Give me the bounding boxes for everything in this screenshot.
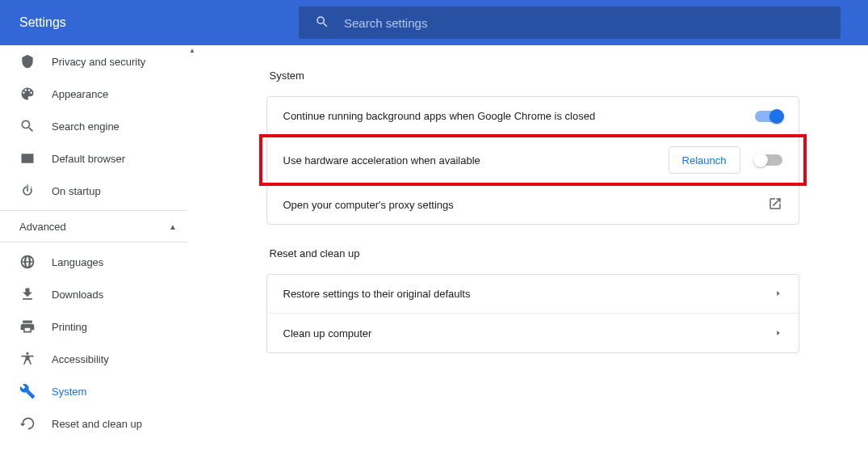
palette-icon <box>19 86 36 102</box>
sidebar-item-label: Appearance <box>52 88 108 100</box>
sidebar-item-label: Privacy and security <box>52 56 145 68</box>
toggle-hardware-accel[interactable] <box>755 154 782 166</box>
sidebar-item-label: On startup <box>52 185 101 197</box>
toggle-background-apps[interactable] <box>755 111 782 122</box>
sidebar-scrollbar[interactable]: ▲ <box>187 45 197 468</box>
globe-icon <box>19 254 36 270</box>
section-title-reset: Reset and clean up <box>270 247 799 259</box>
sidebar-item-downloads[interactable]: Downloads <box>0 278 196 310</box>
sidebar-item-on-startup[interactable]: On startup <box>0 175 196 207</box>
print-icon <box>19 318 36 335</box>
row-label: Continue running background apps when Go… <box>283 110 755 122</box>
sidebar-item-accessibility[interactable]: Accessibility <box>0 343 196 375</box>
sidebar: ▲ Privacy and security Appearance Search… <box>0 45 197 468</box>
search-icon <box>315 15 344 32</box>
sidebar-item-label: System <box>52 386 86 398</box>
content-area: System Continue running background apps … <box>197 45 868 468</box>
shield-icon <box>19 53 36 70</box>
sidebar-item-search-engine[interactable]: Search engine <box>0 110 196 142</box>
app-header: Settings <box>0 0 868 45</box>
wrench-icon <box>19 383 36 399</box>
external-link-icon <box>768 196 782 213</box>
sidebar-item-label: Downloads <box>52 289 103 301</box>
sidebar-item-label: Languages <box>52 256 103 268</box>
row-proxy-settings[interactable]: Open your computer's proxy settings <box>267 185 799 224</box>
sidebar-item-printing[interactable]: Printing <box>0 310 196 343</box>
sidebar-item-label: Reset and clean up <box>52 418 142 430</box>
sidebar-item-label: Default browser <box>52 153 125 165</box>
chevron-up-icon: ▲ <box>169 222 177 231</box>
sidebar-item-label: Search engine <box>52 120 120 133</box>
page-title: Settings <box>19 15 299 30</box>
row-clean-up[interactable]: Clean up computer <box>267 314 799 352</box>
row-label: Restore settings to their original defau… <box>283 288 774 300</box>
chevron-right-icon <box>774 327 782 339</box>
advanced-label: Advanced <box>19 221 66 233</box>
sidebar-item-label: Accessibility <box>52 353 109 365</box>
sidebar-item-system[interactable]: System <box>0 375 196 407</box>
restore-icon <box>19 415 36 432</box>
row-restore-defaults[interactable]: Restore settings to their original defau… <box>267 275 799 314</box>
browser-icon <box>19 150 36 167</box>
row-label: Clean up computer <box>283 327 774 339</box>
section-title-system: System <box>270 70 799 82</box>
sidebar-item-languages[interactable]: Languages <box>0 246 196 278</box>
row-label: Use hardware acceleration when available <box>283 154 669 167</box>
row-hardware-accel: Use hardware acceleration when available… <box>267 136 799 185</box>
system-card: Continue running background apps when Go… <box>266 96 799 225</box>
sidebar-item-label: Printing <box>52 321 87 333</box>
row-label: Open your computer's proxy settings <box>283 199 768 211</box>
sidebar-item-privacy[interactable]: Privacy and security <box>0 45 196 78</box>
relaunch-button[interactable]: Relaunch <box>669 146 740 174</box>
sidebar-item-appearance[interactable]: Appearance <box>0 78 196 110</box>
search-container[interactable] <box>299 6 841 39</box>
power-icon <box>19 183 36 199</box>
row-background-apps: Continue running background apps when Go… <box>267 97 799 136</box>
chevron-right-icon <box>774 288 782 300</box>
sidebar-item-reset[interactable]: Reset and clean up <box>0 407 196 440</box>
search-icon <box>19 118 36 134</box>
download-icon <box>19 286 36 302</box>
accessibility-icon <box>19 351 36 367</box>
search-input[interactable] <box>344 16 824 30</box>
advanced-toggle[interactable]: Advanced ▲ <box>0 210 196 242</box>
sidebar-item-default-browser[interactable]: Default browser <box>0 142 196 175</box>
reset-card: Restore settings to their original defau… <box>266 274 799 353</box>
